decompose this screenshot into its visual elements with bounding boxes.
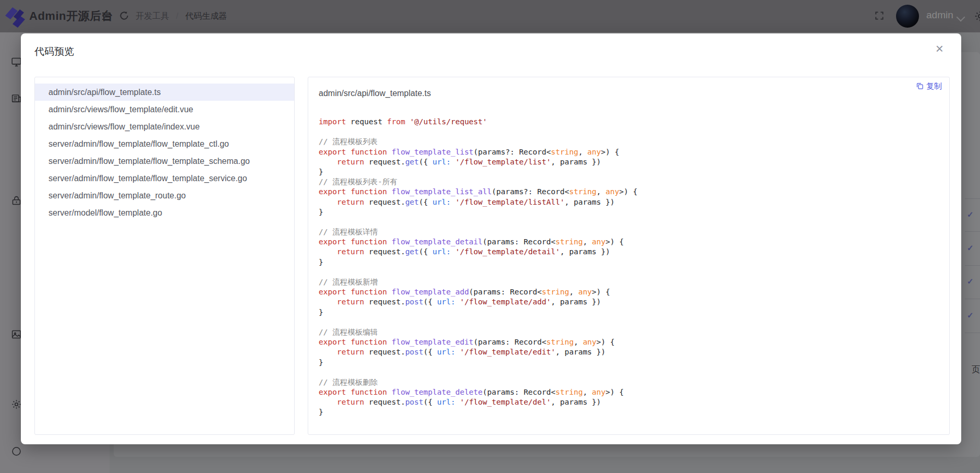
code-line: return request.post({ url: '/flow_templa…	[319, 297, 945, 307]
code-line: }	[319, 207, 945, 217]
code-line: return request.post({ url: '/flow_templa…	[319, 347, 945, 357]
code-line	[319, 217, 945, 227]
file-item[interactable]: server/admin/flow_template/flow_template…	[35, 152, 294, 170]
code-line: return request.get({ url: '/flow_templat…	[319, 197, 945, 207]
file-item[interactable]: server/admin/flow_template/flow_template…	[35, 170, 294, 187]
code-line: // 流程模板列表	[319, 137, 945, 147]
file-item[interactable]: server/admin/flow_template_route.go	[35, 187, 294, 204]
code-line	[319, 127, 945, 137]
code-line: return request.post({ url: '/flow_templa…	[319, 397, 945, 407]
code-line: }	[319, 407, 945, 417]
code-line	[319, 368, 945, 377]
code-line: }	[319, 257, 945, 267]
code-line	[319, 267, 945, 277]
file-item[interactable]: admin/src/api/flow_template.ts	[35, 84, 294, 101]
code-preview-modal: 代码预览 × admin/src/api/flow_template.tsadm…	[21, 33, 961, 444]
code-line: export function flow_template_delete(par…	[319, 387, 945, 397]
close-icon[interactable]: ×	[936, 42, 943, 55]
code-line: return request.get({ url: '/flow_templat…	[319, 247, 945, 257]
file-item[interactable]: server/admin/flow_template/flow_template…	[35, 135, 294, 152]
code-block: import request from '@/utils/request' //…	[319, 117, 945, 432]
modal-title: 代码预览	[34, 45, 74, 58]
code-line: }	[319, 358, 945, 368]
file-item[interactable]: admin/src/views/flow_template/edit.vue	[35, 101, 294, 118]
code-line: // 流程模板列表-所有	[319, 177, 945, 187]
code-line: // 流程模板编辑	[319, 327, 945, 337]
code-line: export function flow_template_list(param…	[319, 147, 945, 157]
code-line: // 流程模板新增	[319, 277, 945, 287]
code-line: }	[319, 167, 945, 177]
code-line: return request.get({ url: '/flow_templat…	[319, 157, 945, 167]
file-item[interactable]: server/model/flow_template.go	[35, 204, 294, 221]
code-line: import request from '@/utils/request'	[319, 117, 945, 127]
code-line: export function flow_template_list_all(p…	[319, 187, 945, 197]
code-panel: admin/src/api/flow_template.ts 复制 import…	[308, 77, 950, 435]
copy-button[interactable]: 复制	[916, 81, 942, 91]
code-line: export function flow_template_add(params…	[319, 287, 945, 297]
code-line: export function flow_template_detail(par…	[319, 237, 945, 247]
screen: Admin开源后台 开发工具 / 代码生成器	[0, 0, 980, 473]
copy-icon	[916, 82, 924, 91]
file-item[interactable]: admin/src/views/flow_template/index.vue	[35, 118, 294, 135]
file-list: admin/src/api/flow_template.tsadmin/src/…	[34, 77, 295, 435]
code-line	[319, 317, 945, 327]
copy-label: 复制	[926, 81, 942, 91]
code-line: }	[319, 308, 945, 317]
code-line: // 流程模板详情	[319, 227, 945, 237]
code-filename: admin/src/api/flow_template.ts	[319, 89, 431, 98]
code-line: // 流程模板删除	[319, 377, 945, 387]
code-line: export function flow_template_edit(param…	[319, 337, 945, 347]
